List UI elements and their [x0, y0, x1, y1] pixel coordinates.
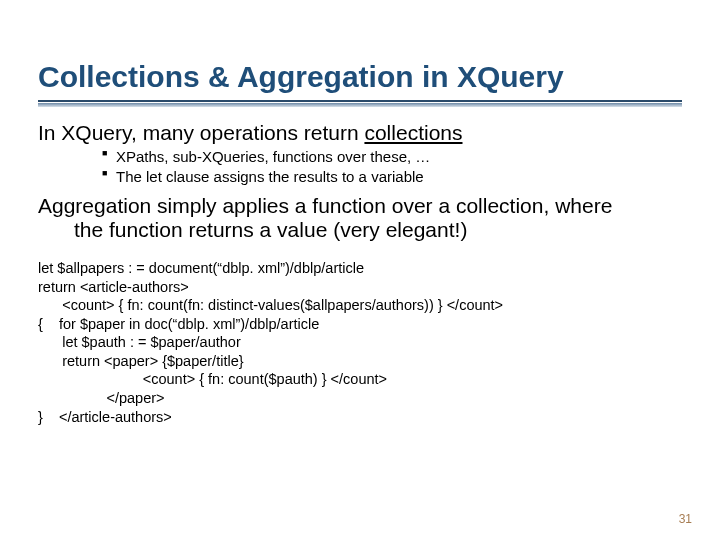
aggregation-line1: Aggregation simply applies a function ov…: [38, 194, 612, 217]
intro-prefix: In XQuery, many operations return: [38, 121, 364, 144]
aggregation-text: Aggregation simply applies a function ov…: [38, 194, 682, 241]
aggregation-line2: the function returns a value (very elega…: [38, 218, 682, 242]
title-divider-dark: [38, 100, 682, 102]
list-item: XPaths, sub-XQueries, functions over the…: [102, 147, 682, 167]
bullet-text: XPaths, sub-XQueries, functions over the…: [116, 148, 430, 165]
intro-underlined: collections: [364, 121, 462, 144]
slide-title: Collections & Aggregation in XQuery: [38, 60, 682, 94]
intro-line: In XQuery, many operations return collec…: [38, 121, 682, 145]
title-divider-light: [38, 103, 682, 107]
bullet-list: XPaths, sub-XQueries, functions over the…: [38, 147, 682, 186]
bullet-text: The let clause assigns the results to a …: [116, 168, 424, 185]
code-block: let $allpapers : = document(“dblp. xml”)…: [38, 259, 682, 426]
page-number: 31: [679, 512, 692, 526]
list-item: The let clause assigns the results to a …: [102, 167, 682, 187]
